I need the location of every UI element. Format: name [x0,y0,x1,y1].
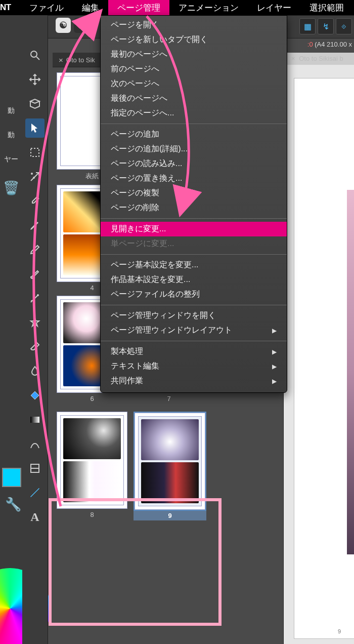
text-icon[interactable]: A [25,507,45,527]
menu-prev-page[interactable]: 前のページへ [101,62,287,76]
marquee-icon[interactable] [25,143,45,162]
menu-open-new-tab[interactable]: ページを新しいタブで開く [101,32,287,47]
page-label: 7 [134,395,204,402]
move-icon[interactable] [25,70,45,89]
close-icon[interactable]: × [59,56,63,64]
submenu-arrow-icon: ▶ [272,327,277,334]
menu-add-page-detailed[interactable]: ページの追加(詳細)... [101,142,287,156]
menu-selection[interactable]: 選択範囲 [300,0,353,15]
svg-rect-2 [31,148,39,156]
brush-icon[interactable] [25,264,45,284]
menu-import-page[interactable]: ページの読み込み... [101,156,287,171]
page-spread: 8 9 [57,412,210,520]
submenu-arrow-icon: ▶ [272,363,277,370]
menu-first-page[interactable]: 最初のページへ [101,47,287,62]
svg-rect-6 [30,417,39,423]
airbrush-icon[interactable] [25,289,45,308]
svg-point-5 [37,295,38,296]
left-sidebar: 動 動 🗑️ ヤー 🔧 [0,15,23,644]
page-thumb-8[interactable]: 8 [57,412,127,520]
svg-point-4 [33,177,34,178]
page-art-edge [347,190,354,554]
figure-tool-icon[interactable] [25,434,45,454]
toolbar-buttons: ☯ ⦾ [56,18,89,33]
side-label-auto2: 動 [0,131,22,140]
app-name: NT [0,0,20,15]
nav-icon[interactable]: ↯ [318,18,334,34]
submenu-arrow-icon: ▶ [272,378,277,385]
decoration-icon[interactable] [25,313,45,332]
blend-icon[interactable] [25,361,45,381]
menu-open-page-window[interactable]: ページ管理ウィンドウを開く [101,308,287,323]
menu-sort-filenames[interactable]: ページファイル名の整列 [101,287,287,302]
ruler-icon[interactable] [25,483,45,502]
menu-layer[interactable]: レイヤー [248,0,300,15]
menu-edit[interactable]: 編集 [73,0,108,15]
menu-binding[interactable]: 製本処理 ▶ [101,344,287,359]
menu-separator [101,341,287,341]
canvas-area[interactable]: 9 [283,53,354,644]
canvas-page-number: 9 [338,628,341,634]
tab-title: Oto to Sik [66,56,95,64]
menu-duplicate-page[interactable]: ページの複製 [101,186,287,200]
bucket-icon[interactable]: 🗑️ [3,180,19,196]
menu-collaboration[interactable]: 共同作業 ▶ [101,374,287,388]
wrench-icon[interactable]: 🔧 [5,497,21,512]
menu-goto-page[interactable]: 指定のページへ... [101,106,287,120]
menu-page-settings[interactable]: ページ基本設定を変更... [101,258,287,272]
menu-separator [101,305,287,305]
quick-icon[interactable]: ⟐ [336,18,352,34]
svg-line-1 [36,57,39,60]
fill-icon[interactable] [25,386,45,405]
document-size-info: :0 (A4 210.00 x [307,41,352,48]
menu-page-management[interactable]: ページ管理 [108,0,169,15]
perspective-icon[interactable] [25,94,45,113]
menu-separator [101,124,287,124]
side-label-auto1: 動 [0,106,22,115]
menubar: NT ファイル 編集 ページ管理 アニメーション レイヤー 選択範囲 表示 [0,0,354,15]
page-thumb-9[interactable]: 9 [134,412,206,520]
material-icon[interactable]: ☯ [56,18,71,33]
close-icon[interactable]: × [291,55,295,62]
frame-tool-icon[interactable] [25,459,45,478]
menu-replace-page[interactable]: ページの置き換え... [101,171,287,186]
assistant-icon[interactable]: ⦾ [74,18,89,33]
zoom-icon[interactable] [25,46,45,65]
menu-change-to-spread[interactable]: 見開きに変更... [101,222,287,236]
tool-palette: A [22,15,48,644]
page-management-menu: ページを開く ページを新しいタブで開く 最初のページへ 前のページへ 次のページ… [100,15,287,393]
page-label: 6 [57,395,127,402]
menu-page-window-layout[interactable]: ページ管理ウィンドウレイアウト ▶ [101,323,287,338]
right-toolbar: ▦ ↯ ⟐ [299,18,352,34]
menu-last-page[interactable]: 最後のページへ [101,91,287,106]
color-swatch[interactable] [2,468,21,487]
eraser-icon[interactable] [25,337,45,356]
eyedropper-icon[interactable] [25,191,45,211]
second-document-tab[interactable]: × Oto to Sikisai b [291,55,343,62]
menu-delete-page[interactable]: ページの削除 [101,200,287,215]
gradient-icon[interactable] [25,410,45,429]
side-label-layer: ヤー [0,155,22,164]
grid-icon[interactable]: ▦ [299,18,316,34]
svg-point-3 [31,173,32,174]
menu-file[interactable]: ファイル [20,0,73,15]
menu-text-edit[interactable]: テキスト編集 ▶ [101,359,287,374]
svg-point-0 [31,51,37,57]
select-arrow-icon[interactable] [25,118,45,138]
menu-separator [101,254,287,255]
menu-work-settings[interactable]: 作品基本設定を変更... [101,272,287,287]
menu-animation[interactable]: アニメーション [169,0,248,15]
page-label: 9 [135,512,205,519]
pen-icon[interactable] [25,216,45,235]
menu-open-page[interactable]: ページを開く [101,18,287,32]
menu-add-page[interactable]: ページの追加 [101,127,287,142]
pencil-icon[interactable] [25,240,45,259]
menu-change-to-single: 単ページに変更... [101,236,287,251]
menu-separator [101,218,287,219]
wand-icon[interactable] [25,167,45,186]
menu-next-page[interactable]: 次のページへ [101,76,287,91]
page-label: 8 [57,511,127,518]
submenu-arrow-icon: ▶ [272,348,277,355]
canvas-paper[interactable]: 9 [294,78,354,639]
